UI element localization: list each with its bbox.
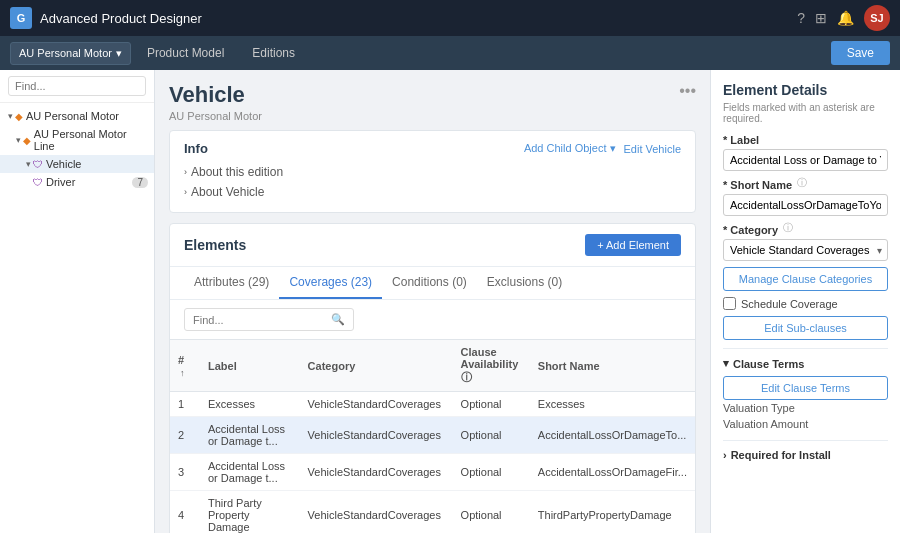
valuation-amount-label: Valuation Amount <box>723 418 808 430</box>
clause-terms-title: Clause Terms <box>733 358 804 370</box>
help-icon[interactable]: ? <box>797 10 805 26</box>
manage-clause-button[interactable]: Manage Clause Categories <box>723 267 888 291</box>
about-edition-item[interactable]: › About this edition <box>184 162 681 182</box>
add-element-button[interactable]: + Add Element <box>585 234 681 256</box>
cell-availability: Optional <box>453 417 530 454</box>
product-dropdown[interactable]: AU Personal Motor ▾ <box>10 42 131 65</box>
cell-num: 2 <box>170 417 200 454</box>
cell-label: Third Party Property Damage <box>200 491 300 534</box>
elements-header: Elements + Add Element <box>170 224 695 267</box>
chevron-right-icon: › <box>184 187 187 197</box>
header-right: ? ⊞ 🔔 SJ <box>797 5 890 31</box>
help-icon: ⓘ <box>783 221 793 235</box>
cell-shortname: Excesses <box>530 392 695 417</box>
required-for-install-header[interactable]: › Required for Install <box>723 449 888 461</box>
panel-subtitle: Fields marked with an asterisk are requi… <box>723 102 888 124</box>
sidebar-search-input[interactable] <box>8 76 146 96</box>
tree-container: ▾ ◆ AU Personal Motor ▾ ◆ AU Personal Mo… <box>0 103 154 533</box>
category-select[interactable]: Vehicle Standard Coverages <box>723 239 888 261</box>
add-child-button[interactable]: Add Child Object ▾ <box>524 142 616 155</box>
cell-category: VehicleStandardCoverages <box>300 491 453 534</box>
tab-product-model[interactable]: Product Model <box>135 42 236 64</box>
tree-item-root-label: AU Personal Motor <box>26 110 119 122</box>
col-label: Label <box>200 340 300 392</box>
app-title: Advanced Product Designer <box>40 11 202 26</box>
vehicle-header: Vehicle AU Personal Motor ••• <box>169 82 696 122</box>
cell-label: Excesses <box>200 392 300 417</box>
tree-item-line-label: AU Personal Motor Line <box>34 128 148 152</box>
edit-subclauses-button[interactable]: Edit Sub-clauses <box>723 316 888 340</box>
schedule-coverage-checkbox[interactable] <box>723 297 736 310</box>
edit-vehicle-button[interactable]: Edit Vehicle <box>624 142 681 155</box>
save-button[interactable]: Save <box>831 41 890 65</box>
right-panel: Element Details Fields marked with an as… <box>710 70 900 533</box>
table-search: 🔍 <box>170 300 695 339</box>
tab-conditions[interactable]: Conditions (0) <box>382 267 477 299</box>
tab-attributes[interactable]: Attributes (29) <box>184 267 279 299</box>
search-icon: 🔍 <box>331 313 345 326</box>
category-field-label: * Category <box>723 224 778 236</box>
tabs-bar: Attributes (29) Coverages (23) Condition… <box>170 267 695 300</box>
short-name-input[interactable] <box>723 194 888 216</box>
cell-label: Accidental Loss or Damage t... <box>200 454 300 491</box>
tree-item-line[interactable]: ▾ ◆ AU Personal Motor Line <box>0 125 154 155</box>
table-search-input[interactable] <box>193 314 331 326</box>
tree-item-driver[interactable]: ▾ 🛡 Driver 7 <box>0 173 154 191</box>
grid-icon[interactable]: ⊞ <box>815 10 827 26</box>
tab-coverages[interactable]: Coverages (23) <box>279 267 382 299</box>
cell-category: VehicleStandardCoverages <box>300 454 453 491</box>
bell-icon[interactable]: 🔔 <box>837 10 854 26</box>
cell-category: VehicleStandardCoverages <box>300 417 453 454</box>
header-left: G Advanced Product Designer <box>10 7 202 29</box>
schedule-coverage-row[interactable]: Schedule Coverage <box>723 297 888 310</box>
valuation-amount-row: Valuation Amount <box>723 416 888 432</box>
info-card-header: Info Add Child Object ▾ Edit Vehicle <box>184 141 681 156</box>
short-name-field-label: * Short Name <box>723 179 792 191</box>
label-input[interactable] <box>723 149 888 171</box>
about-vehicle-label: About Vehicle <box>191 185 264 199</box>
valuation-type-row: Valuation Type <box>723 400 888 416</box>
table-row[interactable]: 2 Accidental Loss or Damage t... Vehicle… <box>170 417 695 454</box>
chevron-down-icon: ▾ <box>723 357 729 370</box>
cell-category: VehicleStandardCoverages <box>300 392 453 417</box>
product-dropdown-label: AU Personal Motor <box>19 47 112 59</box>
sidebar-search-container <box>0 70 154 103</box>
clause-terms-header[interactable]: ▾ Clause Terms <box>723 357 888 370</box>
more-button[interactable]: ••• <box>679 82 696 100</box>
chevron-right-icon: › <box>184 167 187 177</box>
chevron-icon: ▾ <box>16 135 21 145</box>
sub-header: AU Personal Motor ▾ Product Model Editio… <box>0 36 900 70</box>
cell-num: 3 <box>170 454 200 491</box>
table-row[interactable]: 4 Third Party Property Damage VehicleSta… <box>170 491 695 534</box>
cell-num: 4 <box>170 491 200 534</box>
elements-title: Elements <box>184 237 246 253</box>
tree-item-vehicle[interactable]: ▾ 🛡 Vehicle <box>0 155 154 173</box>
cell-shortname: ThirdPartyPropertyDamage <box>530 491 695 534</box>
about-vehicle-item[interactable]: › About Vehicle <box>184 182 681 202</box>
edit-clause-terms-button[interactable]: Edit Clause Terms <box>723 376 888 400</box>
dropdown-chevron: ▾ <box>116 47 122 60</box>
help-icon: ⓘ <box>797 176 807 190</box>
elements-section: Elements + Add Element Attributes (29) C… <box>169 223 696 533</box>
tree-item-root[interactable]: ▾ ◆ AU Personal Motor <box>0 107 154 125</box>
app-logo: G <box>10 7 32 29</box>
avatar[interactable]: SJ <box>864 5 890 31</box>
cell-num: 1 <box>170 392 200 417</box>
cell-availability: Optional <box>453 491 530 534</box>
sub-header-nav: AU Personal Motor ▾ Product Model Editio… <box>10 42 307 65</box>
cell-availability: Optional <box>453 392 530 417</box>
cell-availability: Optional <box>453 454 530 491</box>
table-search-container: 🔍 <box>184 308 354 331</box>
tab-editions[interactable]: Editions <box>240 42 307 64</box>
tree-item-driver-label: Driver <box>46 176 75 188</box>
table-row[interactable]: 3 Accidental Loss or Damage t... Vehicle… <box>170 454 695 491</box>
category-select-wrapper: Vehicle Standard Coverages <box>723 239 888 261</box>
page-subtitle: AU Personal Motor <box>169 110 262 122</box>
col-category: Category <box>300 340 453 392</box>
valuation-type-label: Valuation Type <box>723 402 795 414</box>
driver-badge: 7 <box>132 177 148 188</box>
tab-exclusions[interactable]: Exclusions (0) <box>477 267 572 299</box>
page-title: Vehicle <box>169 82 262 108</box>
table-row[interactable]: 1 Excesses VehicleStandardCoverages Opti… <box>170 392 695 417</box>
schedule-coverage-label: Schedule Coverage <box>741 298 838 310</box>
